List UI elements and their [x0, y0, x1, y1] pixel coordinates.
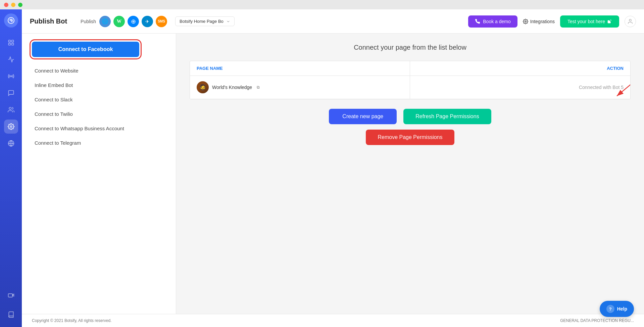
copyright-text: Copyright © 2021 Botsify, All rights res… [32, 318, 111, 323]
sidebar-item-conversations[interactable] [4, 86, 18, 100]
nav-item-telegram[interactable]: Connect to Telegram [32, 136, 166, 150]
action-buttons-row: Create new page Refresh Page Permissions [190, 109, 631, 124]
nav-item-twilio[interactable]: Connect to Twilio [32, 107, 166, 121]
svg-rect-4 [8, 43, 10, 45]
external-link-icon[interactable]: ⧉ [257, 85, 260, 90]
table-header: PAGE NAME ACTION [190, 61, 630, 76]
phone-icon [475, 19, 480, 24]
book-demo-button[interactable]: Book a demo [468, 15, 517, 28]
remove-button-row: Remove Page Permissions [190, 130, 631, 145]
right-panel: Connect your page from the list below PA… [176, 34, 644, 314]
bot-selector[interactable]: Botsify Home Page Bo [175, 16, 235, 26]
sidebar-item-analytics[interactable] [4, 52, 18, 66]
publish-section: Publish 🌐 W ⊕ ✈ SMS [81, 16, 167, 27]
navbar: Publish Bot Publish 🌐 W ⊕ ✈ SMS Botsify … [22, 9, 644, 34]
sidebar-bottom [4, 287, 18, 323]
publish-icon-globe[interactable]: 🌐 [99, 16, 111, 27]
maximize-button[interactable] [18, 3, 22, 7]
integrations-button[interactable]: Integrations [523, 19, 555, 24]
gdpr-text: GENERAL DATA PROTECTION REGU... [560, 318, 634, 323]
help-icon: ? [606, 305, 614, 313]
nav-item-slack[interactable]: Connect to Slack [32, 93, 166, 106]
app-container: Publish Bot Publish 🌐 W ⊕ ✈ SMS Botsify … [0, 9, 644, 327]
sidebar-logo [4, 13, 18, 28]
page-cell: 🧔 World's Knowledge ⧉ [190, 76, 410, 99]
create-page-button[interactable]: Create new page [329, 109, 397, 124]
svg-rect-11 [8, 294, 12, 297]
help-button[interactable]: ? Help [600, 301, 634, 317]
channel-nav-list: Connect to Website Inline Embed Bot Conn… [32, 64, 166, 150]
user-icon [627, 18, 633, 25]
connect-facebook-button[interactable]: Connect to Facebook [32, 42, 139, 57]
svg-rect-2 [8, 40, 10, 42]
svg-point-13 [525, 21, 526, 22]
page-avatar: 🧔 [197, 81, 209, 93]
help-label: Help [617, 306, 627, 312]
chevron-down-icon [226, 19, 230, 24]
annotation-arrow [607, 76, 631, 99]
svg-point-8 [10, 126, 12, 128]
integrations-label: Integrations [530, 19, 555, 24]
svg-point-7 [9, 107, 11, 110]
publish-icon-messenger[interactable]: ⊕ [128, 16, 139, 27]
svg-point-6 [10, 76, 11, 77]
test-bot-button[interactable]: Test your bot here [560, 15, 619, 28]
publish-icons: 🌐 W ⊕ ✈ SMS [99, 16, 167, 27]
minimize-button[interactable] [11, 3, 15, 7]
footer: Copyright © 2021 Botsify, All rights res… [22, 314, 644, 327]
refresh-permissions-button[interactable]: Refresh Page Permissions [403, 109, 491, 124]
close-button[interactable] [4, 3, 8, 7]
test-bot-label: Test your bot here [567, 19, 605, 24]
publish-label: Publish [81, 19, 96, 24]
sidebar-item-video[interactable] [4, 288, 18, 302]
page-title: Publish Bot [30, 17, 67, 25]
gear-icon [523, 19, 528, 24]
right-panel-heading: Connect your page from the list below [190, 44, 631, 51]
left-panel: Connect to Facebook Connect to Website I… [22, 34, 176, 314]
sidebar [0, 9, 22, 327]
publish-icon-whatsapp[interactable]: W [113, 16, 125, 27]
publish-icon-telegram[interactable]: ✈ [142, 16, 153, 27]
sidebar-item-users[interactable] [4, 103, 18, 117]
sidebar-item-builder[interactable] [4, 36, 18, 50]
nav-item-inline-embed[interactable]: Inline Embed Bot [32, 78, 166, 92]
table-row: 🧔 World's Knowledge ⧉ Connected with Bot… [190, 76, 630, 99]
page-table: PAGE NAME ACTION 🧔 World's Knowledge ⧉ C… [190, 61, 631, 99]
table-header-action: ACTION [410, 61, 630, 76]
user-profile-button[interactable] [625, 16, 636, 27]
sidebar-item-settings[interactable] [4, 120, 18, 134]
book-demo-label: Book a demo [483, 19, 511, 24]
publish-icon-sms[interactable]: SMS [156, 16, 167, 27]
sidebar-item-broadcast[interactable] [4, 69, 18, 83]
svg-rect-5 [11, 43, 13, 45]
nav-item-website[interactable]: Connect to Website [32, 64, 166, 78]
page-content: Connect to Facebook Connect to Website I… [22, 34, 644, 314]
main-content: Publish Bot Publish 🌐 W ⊕ ✈ SMS Botsify … [22, 9, 644, 327]
external-link-icon [607, 19, 612, 24]
svg-point-15 [629, 19, 631, 21]
svg-rect-3 [11, 40, 13, 42]
table-header-page-name: PAGE NAME [190, 61, 410, 76]
bot-selector-label: Botsify Home Page Bo [180, 19, 224, 24]
remove-permissions-button[interactable]: Remove Page Permissions [366, 130, 455, 145]
sidebar-item-globe[interactable] [4, 136, 18, 150]
window-chrome [0, 0, 644, 9]
sidebar-item-docs[interactable] [4, 308, 18, 322]
nav-item-whatsapp[interactable]: Connect to Whatsapp Business Account [32, 122, 166, 135]
page-name-label: World's Knowledge [212, 85, 252, 90]
svg-point-1 [10, 20, 12, 21]
action-cell: Connected with Bot 5 [410, 79, 630, 95]
